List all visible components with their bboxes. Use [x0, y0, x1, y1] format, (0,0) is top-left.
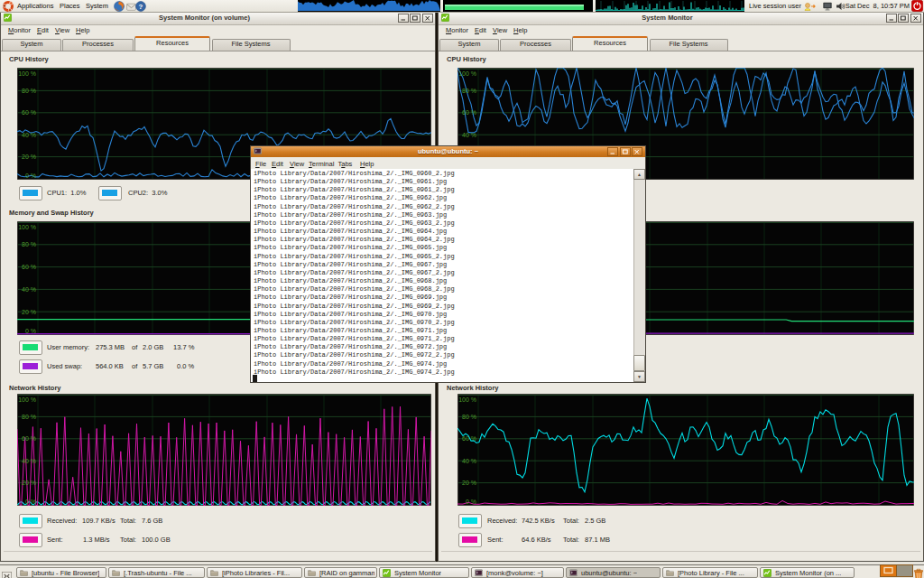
svg-text:20 %: 20 % — [462, 480, 476, 486]
svg-text:20 %: 20 % — [22, 309, 36, 315]
svg-text:100 %: 100 % — [458, 396, 476, 403]
svg-text:60 %: 60 % — [462, 109, 476, 116]
svg-text:60 %: 60 % — [22, 435, 36, 442]
svg-text:100 %: 100 % — [18, 70, 36, 77]
svg-text:100 %: 100 % — [18, 396, 36, 403]
svg-text:?: ? — [139, 3, 143, 11]
svg-text:40 %: 40 % — [22, 458, 36, 464]
svg-text:60 %: 60 % — [22, 264, 36, 270]
svg-text:100 %: 100 % — [458, 70, 476, 77]
svg-text:40 %: 40 % — [462, 132, 476, 138]
svg-text:40 %: 40 % — [22, 132, 36, 138]
svg-text:80 %: 80 % — [22, 241, 36, 247]
svg-text:40 %: 40 % — [462, 458, 476, 464]
svg-text:0 %: 0 % — [466, 499, 476, 505]
svg-text:20 %: 20 % — [22, 480, 36, 486]
svg-text:80 %: 80 % — [22, 88, 36, 94]
svg-text:20 %: 20 % — [22, 154, 36, 160]
svg-text:60 %: 60 % — [462, 435, 476, 442]
svg-text:40 %: 40 % — [22, 286, 36, 293]
svg-text:100 %: 100 % — [18, 224, 36, 230]
svg-text:80 %: 80 % — [462, 414, 476, 420]
svg-text:60 %: 60 % — [22, 109, 36, 116]
svg-text:0 %: 0 % — [25, 172, 36, 179]
svg-text:0 %: 0 % — [25, 499, 36, 505]
svg-text:80 %: 80 % — [462, 88, 476, 94]
svg-text:80 %: 80 % — [22, 414, 36, 420]
svg-text:0 %: 0 % — [25, 328, 36, 334]
